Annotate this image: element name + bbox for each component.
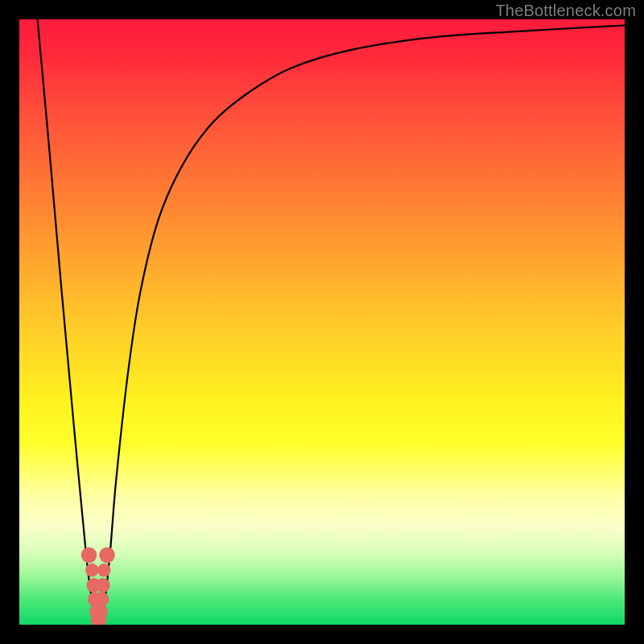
marker-dot (96, 578, 110, 592)
bottleneck-curve (38, 19, 625, 625)
chart-frame: TheBottleneck.com (0, 0, 644, 644)
marker-dot (85, 564, 99, 577)
plot-area (19, 19, 625, 625)
marker-dot (97, 564, 111, 577)
curve-svg (19, 19, 625, 625)
watermark-text: TheBottleneck.com (495, 2, 636, 20)
marker-dot (99, 547, 115, 564)
marker-dot (81, 547, 97, 564)
marker-group (81, 547, 115, 625)
